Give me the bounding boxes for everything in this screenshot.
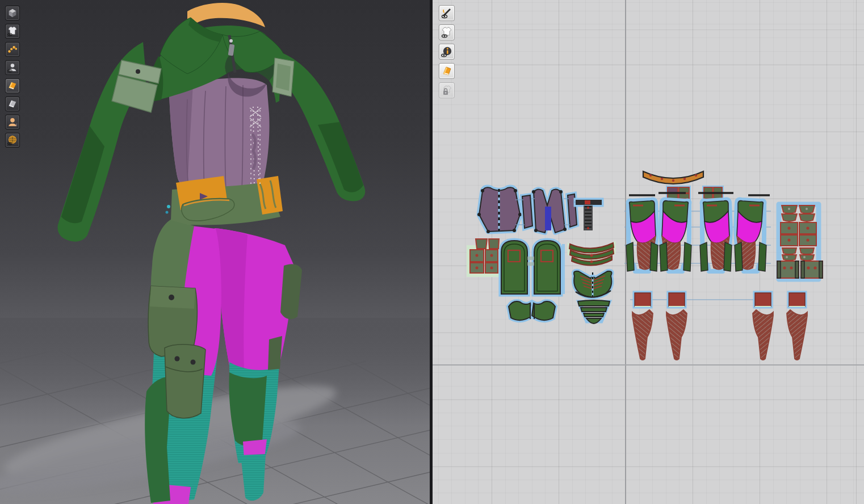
jacket-striped-gusset[interactable] [578, 300, 610, 324]
bust-icon [7, 117, 18, 127]
show-info-button[interactable] [439, 44, 455, 60]
pattern-piece-boot-4[interactable] [787, 293, 807, 360]
particles-icon [7, 44, 18, 54]
view-cube-button[interactable] [5, 6, 20, 20]
simulation-button[interactable] [5, 42, 20, 57]
pattern-group-jacket[interactable] [469, 239, 614, 324]
jacket-collar-bands[interactable] [569, 243, 614, 266]
lock-pattern-button[interactable] [439, 82, 455, 98]
viewport-2d[interactable] [433, 0, 864, 504]
jacket-pocket-squares[interactable] [469, 239, 500, 275]
awl-eye-icon [441, 7, 452, 19]
show-garment-button[interactable] [5, 24, 20, 39]
jacket-sleeve-panels[interactable] [501, 241, 560, 294]
viewport-3d[interactable] [0, 0, 433, 504]
pattern-piece-boot-3[interactable] [753, 293, 773, 360]
tshirt-eye-icon [7, 26, 18, 36]
belt [166, 176, 283, 225]
lock-shirt-icon [441, 85, 452, 96]
avatar-eye-icon [7, 62, 18, 73]
pattern-piece-waistband [643, 171, 703, 184]
toolbar-2d [439, 5, 455, 98]
avatar-skin-button[interactable] [5, 115, 20, 129]
pattern-group-corset[interactable] [477, 187, 602, 233]
info-eye-icon [441, 46, 452, 57]
textured-pattern-button[interactable] [439, 63, 455, 79]
knee-cargo-pocket [165, 345, 205, 418]
application-window [0, 0, 864, 504]
pattern-piece-corset-side-left [522, 195, 532, 228]
pattern-piece-leg-4[interactable] [735, 200, 766, 271]
pattern-piece-leg-3[interactable] [700, 200, 732, 271]
show-sewing-button[interactable] [439, 5, 455, 21]
jacket-yoke-halves[interactable] [509, 301, 555, 320]
tshirt-eye-icon [441, 27, 452, 38]
cube-icon [7, 8, 18, 18]
pattern-piece-zipper[interactable] [576, 200, 602, 230]
fabric-gray-icon [7, 99, 18, 109]
pocket-with-gusset[interactable] [777, 261, 823, 278]
show-avatar-button[interactable] [5, 60, 20, 75]
textured-surface-button[interactable] [5, 78, 20, 93]
pattern-piece-boot-2[interactable] [666, 293, 687, 360]
pattern-piece-boot-1[interactable] [632, 293, 653, 360]
pattern-group-pockets[interactable] [777, 204, 823, 279]
globe-eye-icon [7, 135, 18, 145]
show-garment-2d-button[interactable] [439, 24, 455, 40]
jacket-corset-back[interactable] [574, 271, 612, 299]
corset-busk-strip [545, 207, 551, 230]
show-environment-button[interactable] [5, 133, 20, 148]
pattern-piece-leg-1[interactable] [626, 200, 658, 271]
plain-surface-button[interactable] [5, 96, 20, 111]
fabric-orange-icon [7, 81, 18, 91]
pattern-piece-leg-2[interactable] [660, 200, 691, 271]
toolbar-3d [5, 6, 20, 148]
paper-orange-icon [441, 65, 452, 77]
